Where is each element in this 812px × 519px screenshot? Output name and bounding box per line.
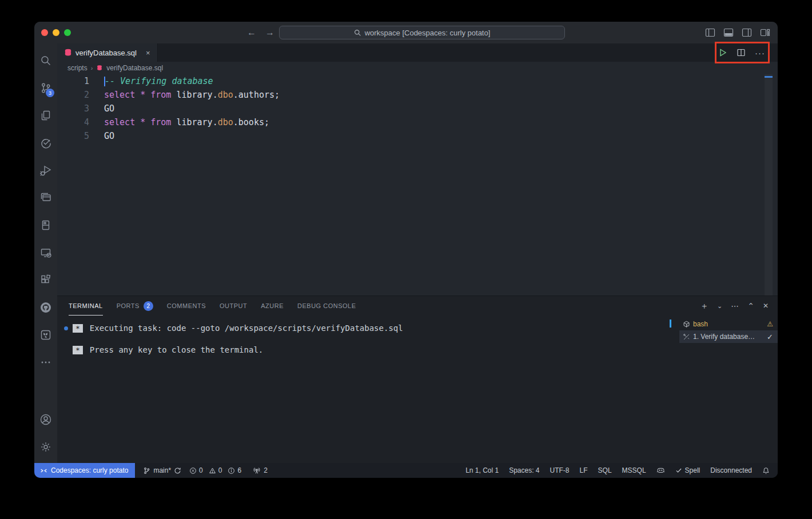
code-token: library. [171, 90, 217, 100]
search-box-text: workspace [Codespaces: curly potato] [365, 29, 491, 37]
panel-tab-azure[interactable]: AZURE [261, 296, 284, 316]
remote-indicator[interactable]: Codespaces: curly potato [34, 463, 135, 478]
account-icon [39, 413, 53, 426]
terminal-marker: * [73, 324, 83, 333]
panel-tab-output[interactable]: OUTPUT [220, 296, 247, 316]
code-line[interactable]: 2select * from library.dbo.authors; [57, 88, 778, 102]
breadcrumb-folder[interactable]: scripts [67, 64, 87, 72]
customize-layout-icon[interactable] [759, 27, 771, 38]
close-panel-icon[interactable]: ✕ [763, 302, 769, 310]
panel-tab-debug-console[interactable]: DEBUG CONSOLE [297, 296, 356, 316]
status-item-ln-1-col-1[interactable]: Ln 1, Col 1 [465, 466, 499, 474]
sql-server-icon [39, 218, 53, 232]
status-item-sql[interactable]: SQL [598, 466, 612, 474]
status-item-label: Disconnected [710, 466, 752, 474]
status-item-label: Spell [685, 466, 700, 474]
breadcrumb[interactable]: scripts › verifyDatabase.sql [57, 62, 778, 74]
terminal-line: *Executing task: code --goto /workspace/… [64, 321, 679, 335]
terraform-icon [39, 328, 53, 342]
terminal-text: Executing task: code --goto /workspace/s… [90, 324, 403, 333]
more-actions-icon[interactable]: ··· [755, 48, 765, 58]
status-item-label: UTF-8 [550, 466, 570, 474]
code-line[interactable]: 4select * from library.dbo.books; [57, 115, 778, 129]
code-line[interactable]: 3GO [57, 102, 778, 115]
error-icon [189, 467, 197, 474]
panel-tab-label: COMMENTS [167, 302, 206, 309]
bottom-panel: TERMINALPORTS2COMMENTSOUTPUTAZUREDEBUG C… [57, 296, 778, 463]
panel-tab-terminal[interactable]: TERMINAL [69, 296, 103, 316]
branch-indicator[interactable]: main* [143, 466, 181, 474]
check-icon: ✓ [767, 333, 773, 341]
new-terminal-icon[interactable]: ＋ [700, 301, 708, 312]
sync-icon[interactable] [174, 467, 181, 474]
command-center-search[interactable]: workspace [Codespaces: curly potato] [279, 26, 565, 39]
sidebar-item-github[interactable] [34, 294, 57, 321]
panel-tab-ports[interactable]: PORTS2 [117, 296, 153, 316]
task-tools-icon [683, 333, 690, 341]
copilot-icon [656, 467, 665, 474]
line-content: GO [104, 102, 114, 115]
info-count: 6 [237, 466, 241, 474]
activity-bar: 3 [34, 43, 57, 463]
sidebar-item-editors-stack[interactable] [34, 184, 57, 211]
sidebar-item-tasks[interactable] [34, 129, 57, 157]
diagnostics-indicator[interactable]: 0 0 6 [189, 466, 245, 474]
task-running-dot [64, 326, 68, 330]
ports-indicator[interactable]: 2 [253, 466, 268, 474]
toggle-panel-icon[interactable] [723, 27, 734, 38]
status-item-spaces-4[interactable]: Spaces: 4 [509, 466, 539, 474]
tab-close-icon[interactable]: × [146, 49, 150, 57]
code-token: library. [171, 117, 217, 127]
back-arrow-icon[interactable]: ← [247, 27, 256, 38]
toggle-secondary-sidebar-icon[interactable] [741, 27, 753, 38]
sidebar-item-source-control[interactable]: 3 [34, 74, 57, 102]
code-line[interactable]: 1-- Verifying database [57, 74, 778, 88]
panel-tab-label: TERMINAL [69, 302, 103, 309]
sidebar-item-terraform[interactable] [34, 321, 57, 349]
breadcrumb-file[interactable]: verifyDatabase.sql [106, 64, 163, 72]
sidebar-item-explorer[interactable] [34, 102, 57, 129]
code-token: from [150, 90, 171, 100]
maximize-panel-icon[interactable]: ⌃ [747, 301, 754, 310]
editor-scrollbar[interactable] [765, 74, 773, 296]
toggle-sidebar-icon[interactable] [704, 27, 716, 38]
run-query-icon[interactable] [718, 48, 727, 57]
minimize-window-button[interactable] [53, 29, 59, 36]
status-item-disconnected[interactable]: Disconnected [710, 466, 752, 474]
code-token [135, 117, 140, 127]
terminal-list-item-bash[interactable]: bash⚠ [679, 318, 778, 330]
bell-icon [762, 467, 770, 474]
terminal-list-item-task[interactable]: 1. Verify database…✓ [679, 330, 778, 343]
split-editor-icon[interactable] [737, 48, 746, 57]
code-line[interactable]: 5GO [57, 129, 778, 143]
sidebar-item-search[interactable] [34, 47, 57, 74]
sidebar-item-extensions[interactable] [34, 266, 57, 294]
sidebar-item-remote-explorer[interactable] [34, 239, 57, 266]
code-token [135, 90, 140, 100]
terminal-line: *Press any key to close the terminal. [64, 343, 679, 357]
code-editor[interactable]: 1-- Verifying database2select * from lib… [57, 74, 778, 296]
code-token: GO [104, 103, 114, 114]
status-item-spell[interactable]: Spell [675, 466, 700, 474]
status-item-bell[interactable] [762, 467, 770, 474]
account-button[interactable] [34, 406, 57, 433]
close-window-button[interactable] [41, 29, 48, 36]
panel-tab-comments[interactable]: COMMENTS [167, 296, 206, 316]
zoom-window-button[interactable] [64, 29, 71, 36]
search-icon [39, 54, 53, 67]
line-content: select * from library.dbo.books; [104, 115, 269, 129]
terminal-dropdown-icon[interactable]: ⌄ [717, 302, 722, 310]
sidebar-item-run-debug[interactable] [34, 157, 57, 184]
status-item-copilot[interactable] [656, 467, 665, 474]
terminal-output[interactable]: *Executing task: code --goto /workspace/… [57, 316, 679, 463]
panel-more-icon[interactable]: ⋯ [731, 301, 739, 310]
status-item-utf-8[interactable]: UTF-8 [550, 466, 570, 474]
status-item-mssql[interactable]: MSSQL [622, 466, 646, 474]
forward-arrow-icon[interactable]: → [265, 27, 274, 38]
status-item-lf[interactable]: LF [580, 466, 588, 474]
editor-actions: ··· [714, 43, 770, 62]
settings-button[interactable] [34, 433, 57, 461]
sidebar-item-more[interactable] [34, 349, 57, 376]
sidebar-item-sql-server[interactable] [34, 211, 57, 239]
tab-verifydatabase[interactable]: verifyDatabase.sql × [57, 43, 158, 62]
